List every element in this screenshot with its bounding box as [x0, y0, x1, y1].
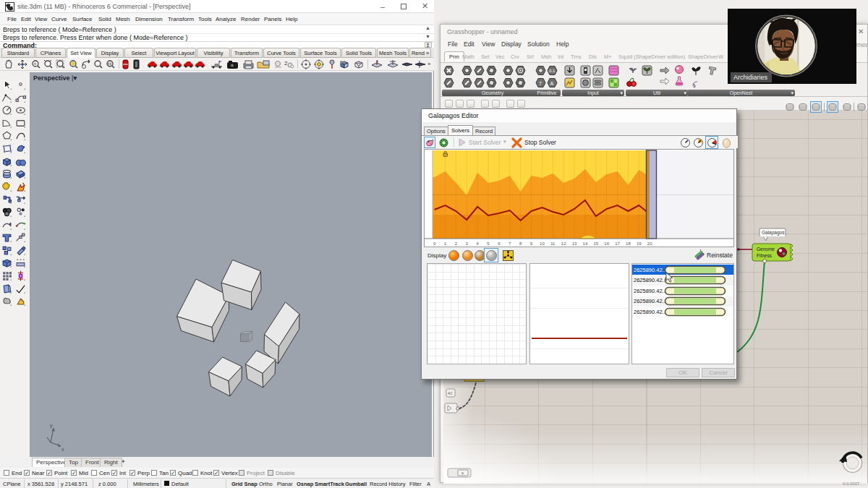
svg-text:#2: #2: [448, 391, 453, 395]
svg-text:×: ×: [461, 471, 464, 476]
svg-text:15: 15: [593, 241, 598, 246]
svg-text:Galapagos: Galapagos: [762, 230, 785, 236]
svg-text:A: A: [550, 81, 554, 86]
svg-text:17: 17: [615, 241, 620, 246]
svg-text:Genome: Genome: [757, 247, 775, 252]
svg-text:10: 10: [540, 241, 545, 246]
svg-text:13: 13: [572, 241, 577, 246]
svg-text:Fitness: Fitness: [757, 253, 773, 258]
svg-text:20: 20: [647, 241, 652, 246]
svg-text:2: 2: [284, 60, 288, 67]
svg-text:y: y: [50, 423, 53, 429]
svg-text:11: 11: [550, 241, 556, 246]
svg-text:x: x: [61, 447, 64, 452]
svg-text:19: 19: [637, 241, 642, 246]
svg-text:18: 18: [626, 241, 631, 246]
svg-text:12: 12: [561, 241, 566, 246]
svg-text:0.1: 0.1: [549, 69, 556, 73]
svg-text:+: +: [34, 61, 37, 67]
svg-text:7: 7: [539, 81, 542, 86]
svg-text:0.0.0007: 0.0.0007: [843, 481, 860, 486]
svg-text:H: H: [108, 61, 111, 67]
svg-text:16: 16: [604, 241, 609, 246]
svg-text:14: 14: [583, 241, 588, 246]
